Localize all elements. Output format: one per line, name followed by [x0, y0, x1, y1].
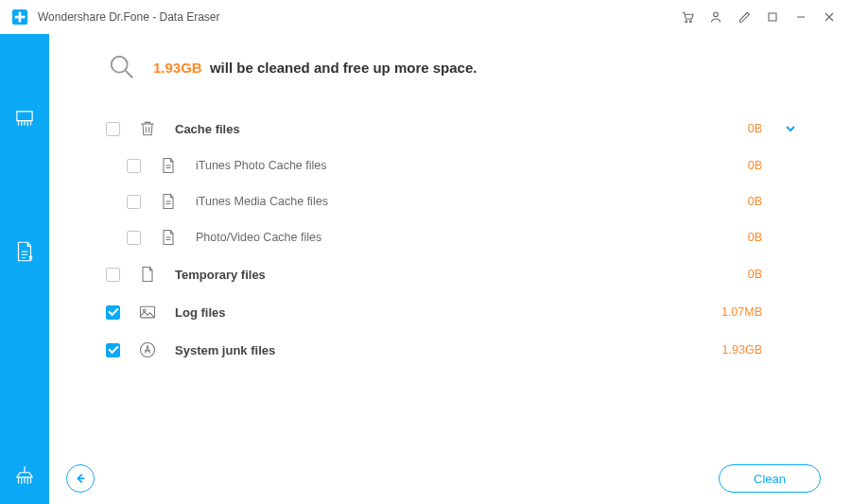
window-title: Wondershare Dr.Fone - Data Eraser	[38, 10, 220, 24]
sub-size: 0B	[705, 159, 762, 172]
svg-line-11	[126, 71, 133, 78]
footer: Clean	[49, 453, 851, 504]
content-area: 1.93GB will be cleaned and free up more …	[49, 34, 851, 453]
image-icon	[137, 302, 158, 322]
checkbox-cache[interactable]	[106, 122, 120, 136]
file-icon	[158, 155, 179, 176]
sub-size: 0B	[705, 231, 762, 244]
appstore-icon	[137, 339, 158, 360]
summary-size: 1.93GB	[153, 60, 202, 76]
checkbox-sysjunk[interactable]	[106, 343, 120, 357]
category-row-cache: Cache files 0B	[106, 110, 802, 148]
category-row-log: Log files 1.07MB	[106, 293, 802, 331]
minimize-icon[interactable]	[787, 3, 815, 31]
summary-text: 1.93GB will be cleaned and free up more …	[153, 60, 477, 76]
category-size: 1.07MB	[705, 305, 762, 319]
sidebar-item-files[interactable]	[0, 223, 49, 280]
svg-point-3	[686, 20, 687, 22]
file-icon	[158, 227, 179, 248]
category-label: Temporary files	[175, 268, 266, 282]
svg-point-10	[112, 57, 128, 73]
app-logo-icon	[11, 9, 28, 26]
sub-size: 0B	[705, 195, 762, 208]
checkbox-temp[interactable]	[106, 268, 120, 282]
sub-row: iTunes Media Cache files 0B	[106, 183, 802, 219]
scan-summary: 1.93GB will be cleaned and free up more …	[106, 51, 802, 83]
magnifier-icon	[106, 51, 138, 83]
svg-point-5	[714, 12, 719, 17]
checkbox[interactable]	[127, 231, 141, 245]
checkbox-log[interactable]	[106, 305, 120, 320]
category-row-sysjunk: System junk files 1.93GB	[106, 331, 802, 369]
category-size: 0B	[705, 122, 762, 135]
checkbox[interactable]	[127, 195, 141, 209]
restore-icon[interactable]	[758, 3, 787, 31]
document-icon	[137, 264, 158, 285]
back-button[interactable]	[66, 464, 95, 493]
title-bar: Wondershare Dr.Fone - Data Eraser	[0, 0, 851, 34]
cart-icon[interactable]	[673, 3, 702, 31]
category-size: 0B	[705, 268, 762, 281]
clean-button-label: Clean	[754, 472, 786, 486]
category-label: Log files	[175, 305, 225, 320]
sub-row: Photo/Video Cache files 0B	[106, 219, 802, 255]
clean-button[interactable]: Clean	[719, 464, 821, 493]
svg-rect-2	[15, 15, 26, 18]
sub-label: iTunes Media Cache files	[196, 195, 328, 208]
sub-label: iTunes Photo Cache files	[196, 159, 327, 172]
category-size: 1.93GB	[705, 343, 762, 356]
category-list: Cache files 0B iTunes Photo Cache files …	[106, 110, 802, 369]
sidebar-item-shred[interactable]	[0, 91, 49, 148]
category-label: System junk files	[175, 343, 275, 357]
sub-label: Photo/Video Cache files	[196, 231, 321, 244]
sidebar-item-cleanup[interactable]	[0, 447, 49, 504]
trash-icon	[137, 118, 158, 139]
file-icon	[158, 191, 179, 212]
sub-row: iTunes Photo Cache files 0B	[106, 148, 802, 183]
svg-rect-6	[769, 13, 776, 21]
chevron-down-icon[interactable]	[779, 123, 802, 134]
feedback-icon[interactable]	[730, 3, 758, 31]
svg-point-4	[689, 20, 691, 22]
category-label: Cache files	[175, 122, 240, 136]
category-row-temp: Temporary files 0B	[106, 255, 802, 293]
summary-message: will be cleaned and free up more space.	[210, 60, 478, 76]
close-icon[interactable]	[815, 3, 843, 31]
sidebar	[0, 34, 49, 504]
checkbox[interactable]	[127, 159, 141, 173]
user-icon[interactable]	[702, 3, 730, 31]
